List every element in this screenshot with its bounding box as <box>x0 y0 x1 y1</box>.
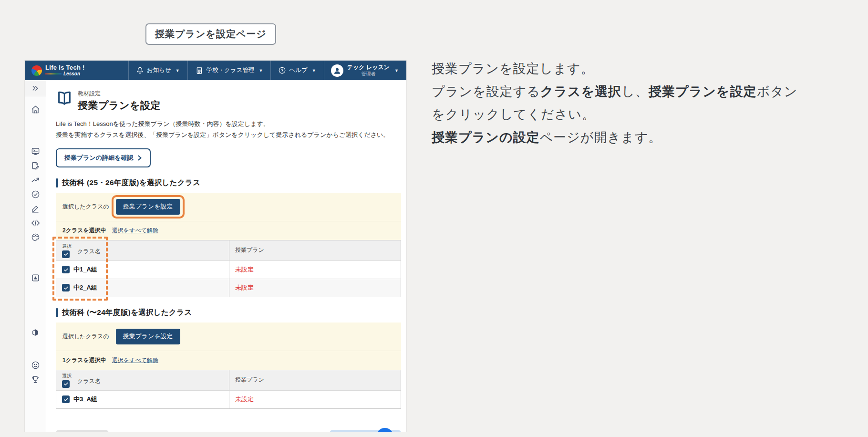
sidebar-item-code[interactable] <box>25 216 46 230</box>
sidebar-item-trend[interactable] <box>25 173 46 187</box>
section-2-panel: 選択したクラスの 授業プランを設定 1クラスを選択中 選択をすべて解除 選択 <box>56 323 401 409</box>
set-plan-button[interactable]: 授業プランを設定 <box>116 199 180 215</box>
select-all-checkbox[interactable] <box>62 380 70 388</box>
sidebar-item-screen-terminal[interactable] <box>25 144 46 158</box>
nav-help-label: ヘルプ <box>289 66 307 74</box>
logo-pinwheel-icon <box>31 65 42 76</box>
nav-notifications-label: お知らせ <box>147 66 171 74</box>
back-button[interactable]: 前へ戻る <box>56 430 109 432</box>
section-1-title: 技術科 (25・26年度版)を選択したクラス <box>56 178 401 188</box>
set-plan-button[interactable]: 授業プランを設定 <box>116 329 180 344</box>
sidebar-item-beginner[interactable] <box>25 325 46 340</box>
section-2-title: 技術科 (〜24年度版)を選択したクラス <box>56 308 401 318</box>
selection-count: 2クラスを選択中 <box>62 227 106 235</box>
clear-selection-link[interactable]: 選択をすべて解除 <box>112 356 158 364</box>
logo-subtitle: Lesson <box>63 72 80 76</box>
logo-title: Life is Tech ! <box>45 64 85 71</box>
clear-selection-link[interactable]: 選択をすべて解除 <box>112 227 158 235</box>
plan-status: 未設定 <box>235 395 254 404</box>
sidebar-expand-button[interactable] <box>25 80 46 96</box>
selection-count: 1クラスを選択中 <box>62 356 106 364</box>
table-row: 中2_A組 未設定 <box>56 279 401 297</box>
app-window: Life is Tech ! Lesson お知らせ ▼ 学校・クラス管理 ▼ <box>25 61 406 432</box>
row-checkbox[interactable] <box>62 266 70 273</box>
book-icon <box>56 90 73 106</box>
user-role: 管理者 <box>361 71 375 77</box>
row-checkbox[interactable] <box>62 284 70 291</box>
sidebar-item-document-edit[interactable] <box>25 158 46 173</box>
class-table: 選択 クラス名 授業プラン <box>56 370 401 409</box>
selected-class-prefix: 選択したクラスの <box>62 203 109 211</box>
section-1-panel: 選択したクラスの 授業プランを設定 2クラスを選択中 選択をすべて解除 <box>56 193 401 297</box>
logo-rainbow-line <box>45 73 62 74</box>
sidebar-item-smiley[interactable] <box>25 358 46 372</box>
sidebar-item-palette[interactable] <box>25 230 46 244</box>
building-icon <box>196 67 203 74</box>
instruction-text: 授業プランを設定します。プランを設定するクラスを選択し、授業プランを設定ボタンを… <box>432 57 804 149</box>
chevron-down-icon: ▼ <box>394 68 399 73</box>
user-menu[interactable]: テック レッスン 管理者 ▼ <box>324 61 406 80</box>
plan-status: 未設定 <box>235 265 254 274</box>
nav-help[interactable]: ヘルプ ▼ <box>270 61 323 80</box>
page-title: 授業プランを設定 <box>78 99 161 112</box>
class-table: 選択 クラス名 授業プラン <box>56 240 401 297</box>
chevron-right-icon <box>137 155 142 161</box>
section-accent-bar <box>56 308 58 317</box>
page-eyebrow: 教材設定 <box>78 90 161 98</box>
app-header: Life is Tech ! Lesson お知らせ ▼ 学校・クラス管理 ▼ <box>25 61 406 80</box>
table-row: 中1_A組 未設定 <box>56 260 401 279</box>
section-accent-bar <box>56 178 58 187</box>
plan-details-button[interactable]: 授業プランの詳細を確認 <box>56 148 151 167</box>
nav-school-class-label: 学校・クラス管理 <box>207 66 255 74</box>
main-content: 教材設定 授業プランを設定 Life is Tech！Lessonを使った授業プ… <box>46 80 406 432</box>
table-header-row: 選択 クラス名 授業プラン <box>56 370 401 390</box>
sidebar <box>25 80 46 432</box>
double-chevron-right-icon <box>31 84 39 92</box>
page-title-badge: 授業プランを設定ページ <box>145 23 276 45</box>
avatar <box>331 64 343 77</box>
nav-notifications[interactable]: お知らせ ▼ <box>128 61 187 80</box>
sidebar-item-edit[interactable] <box>25 201 46 216</box>
chevron-down-icon: ▼ <box>312 68 316 73</box>
chevron-down-icon: ▼ <box>259 68 263 73</box>
app-logo[interactable]: Life is Tech ! Lesson <box>25 61 128 80</box>
plan-status: 未設定 <box>235 283 254 292</box>
sidebar-item-trophy[interactable] <box>25 372 46 386</box>
sidebar-item-check-circle[interactable] <box>25 187 46 201</box>
select-all-checkbox[interactable] <box>62 250 70 258</box>
intro-text: Life is Tech！Lessonを使った授業プラン（授業時数・内容）を設定… <box>56 118 401 141</box>
sidebar-item-analytics[interactable] <box>25 271 46 285</box>
row-checkbox[interactable] <box>62 395 70 403</box>
help-icon <box>279 67 286 74</box>
table-row: 中3_A組 未設定 <box>56 390 401 408</box>
user-name: テック レッスン <box>347 64 390 71</box>
selected-class-prefix: 選択したクラスの <box>62 333 109 341</box>
nav-school-class-management[interactable]: 学校・クラス管理 ▼ <box>187 61 271 80</box>
bell-icon <box>136 67 144 74</box>
table-header-row: 選択 クラス名 授業プラン <box>56 240 401 260</box>
chevron-down-icon: ▼ <box>176 68 180 73</box>
sidebar-item-home[interactable] <box>25 102 46 116</box>
